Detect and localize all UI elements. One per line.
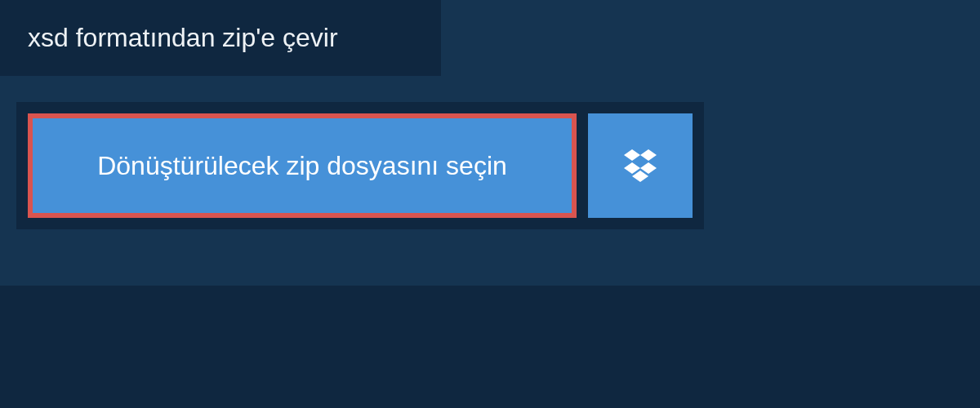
file-select-label: Dönüştürülecek zip dosyasını seçin	[97, 151, 507, 181]
page-title: xsd formatından zip'e çevir	[28, 23, 338, 52]
bottom-bar	[0, 286, 980, 408]
file-select-button[interactable]: Dönüştürülecek zip dosyasını seçin	[28, 113, 577, 218]
dropbox-button[interactable]	[588, 113, 693, 218]
upload-panel: Dönüştürülecek zip dosyasını seçin	[16, 102, 704, 229]
page-title-tab: xsd formatından zip'e çevir	[0, 0, 441, 76]
dropbox-icon	[621, 146, 660, 185]
